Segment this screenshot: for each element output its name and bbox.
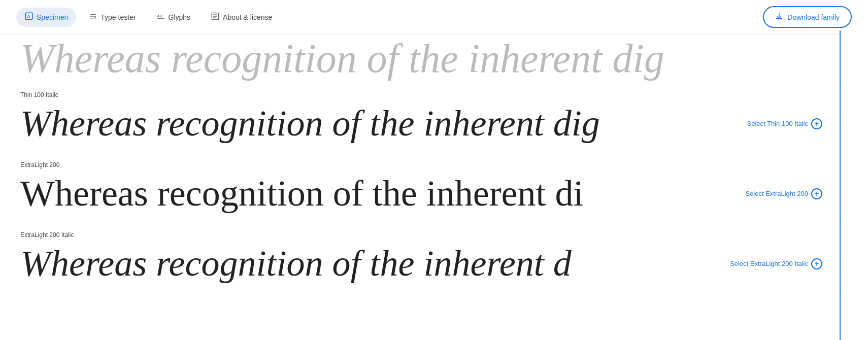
download-family-label: Download family xyxy=(787,13,840,21)
select-extralight-action[interactable]: Select ExtraLight 200 + xyxy=(745,188,822,199)
partial-top-specimen: Whereas recognition of the inherent dig xyxy=(0,35,868,83)
font-specimen-text-extralight-italic: Whereas recognition of the inherent d xyxy=(20,243,572,285)
tab-glyphs-label: Glyphs xyxy=(169,13,191,21)
about-icon xyxy=(211,12,220,23)
select-extralight-italic-label: Select ExtraLight 200 Italic xyxy=(730,260,808,267)
svg-text:ΑΩ: ΑΩ xyxy=(157,13,162,18)
specimens-area: Whereas recognition of the inherent dig … xyxy=(0,35,868,293)
download-family-button[interactable]: Download family xyxy=(763,6,852,28)
font-label-thin-italic: Thin 100 Italic xyxy=(20,91,848,98)
font-row-thin-italic: Thin 100 Italic Whereas recognition of t… xyxy=(0,83,868,153)
plus-icon-extralight: + xyxy=(811,188,822,199)
select-extralight-label: Select ExtraLight 200 xyxy=(745,190,808,197)
font-row-extralight: ExtraLight 200 Whereas recognition of th… xyxy=(0,153,868,223)
nav-tabs: A Specimen A Type tester ΑΩ Glyphs xyxy=(16,8,763,27)
svg-text:A: A xyxy=(27,14,30,19)
right-selection-panel xyxy=(840,30,868,293)
tab-specimen-label: Specimen xyxy=(37,13,68,21)
specimen-icon: A xyxy=(24,12,34,23)
select-thin-italic-action[interactable]: Select Thin 100 Italic + xyxy=(747,118,822,129)
font-label-extralight: ExtraLight 200 xyxy=(20,161,848,168)
font-specimen-wrapper-extralight: Whereas recognition of the inherent di S… xyxy=(20,173,848,215)
plus-icon-extralight-italic: + xyxy=(811,258,822,269)
tab-about[interactable]: About & license xyxy=(203,8,280,27)
font-specimen-wrapper-thin-italic: Whereas recognition of the inherent dig … xyxy=(20,103,848,145)
svg-text:A: A xyxy=(94,15,96,19)
partial-specimen-text: Whereas recognition of the inherent dig xyxy=(20,36,664,82)
top-nav: A Specimen A Type tester ΑΩ Glyphs xyxy=(0,0,868,35)
plus-icon-thin-italic: + xyxy=(811,118,822,129)
tab-glyphs[interactable]: ΑΩ Glyphs xyxy=(148,8,199,27)
font-specimen-wrapper-extralight-italic: Whereas recognition of the inherent d Se… xyxy=(20,243,848,285)
divider-4 xyxy=(0,293,868,293)
font-specimen-text-extralight: Whereas recognition of the inherent di xyxy=(20,173,584,215)
font-label-extralight-italic: ExtraLight 200 Italic xyxy=(20,231,848,239)
type-tester-icon: A xyxy=(88,12,97,23)
glyphs-icon: ΑΩ xyxy=(156,12,165,23)
font-row-extralight-italic: ExtraLight 200 Italic Whereas recognitio… xyxy=(0,223,868,293)
download-icon xyxy=(775,12,783,22)
select-thin-italic-label: Select Thin 100 Italic xyxy=(747,120,808,127)
tab-about-label: About & license xyxy=(223,13,272,21)
tab-specimen[interactable]: A Specimen xyxy=(16,8,76,27)
tab-type-tester-label: Type tester xyxy=(101,13,136,21)
tab-type-tester[interactable]: A Type tester xyxy=(80,8,144,27)
select-extralight-italic-action[interactable]: Select ExtraLight 200 Italic + xyxy=(730,258,822,269)
font-specimen-text-thin-italic: Whereas recognition of the inherent dig xyxy=(20,103,600,145)
